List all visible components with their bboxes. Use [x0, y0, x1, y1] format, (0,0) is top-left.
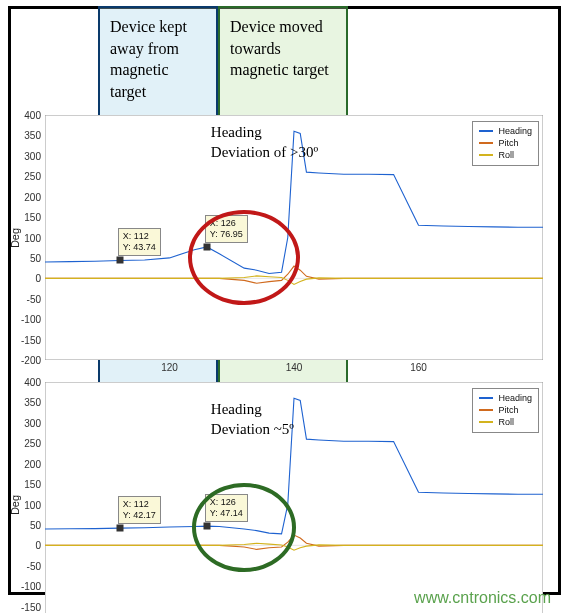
y-tick: -150	[21, 334, 45, 345]
legend-label: Heading	[498, 392, 532, 404]
legend-swatch	[479, 130, 493, 132]
datatip-y: Y: 42.17	[123, 510, 156, 521]
y-tick: -50	[27, 293, 45, 304]
watermark: www.cntronics.com	[414, 589, 551, 607]
legend-swatch	[479, 409, 493, 411]
y-tick: 250	[24, 171, 45, 182]
y-tick: 200	[24, 191, 45, 202]
y-axis-label: Deg	[9, 494, 21, 514]
y-tick: 350	[24, 397, 45, 408]
datatip: X: 112Y: 42.17	[118, 496, 161, 524]
y-tick: -100	[21, 314, 45, 325]
legend-label: Roll	[498, 149, 514, 161]
annotation-text: Heading Deviation of >30º	[211, 123, 321, 162]
legend-item: Heading	[479, 125, 532, 137]
legend-swatch	[479, 397, 493, 399]
y-tick: -100	[21, 581, 45, 592]
legend-item: Roll	[479, 416, 532, 428]
y-tick: 150	[24, 212, 45, 223]
x-tick: 160	[410, 360, 427, 373]
y-tick: 300	[24, 150, 45, 161]
legend-item: Pitch	[479, 137, 532, 149]
y-tick: -50	[27, 560, 45, 571]
y-tick: 50	[30, 519, 45, 530]
legend: HeadingPitchRoll	[472, 121, 539, 166]
y-axis-label: Deg	[9, 227, 21, 247]
y-tick: 100	[24, 499, 45, 510]
datatip-x: X: 112	[123, 499, 156, 510]
legend-label: Pitch	[498, 137, 518, 149]
datatip-marker	[116, 525, 123, 532]
x-tick: 120	[161, 360, 178, 373]
y-tick: 250	[24, 438, 45, 449]
y-tick: 300	[24, 417, 45, 428]
annotation-text: Heading Deviation ~5º	[211, 400, 321, 439]
legend-label: Pitch	[498, 404, 518, 416]
y-tick: 400	[24, 110, 45, 121]
legend-item: Heading	[479, 392, 532, 404]
y-tick: 100	[24, 232, 45, 243]
y-tick: 0	[35, 273, 45, 284]
legend-swatch	[479, 421, 493, 423]
legend-item: Pitch	[479, 404, 532, 416]
legend-label: Roll	[498, 416, 514, 428]
series-roll	[45, 543, 543, 550]
zone-towards-label: Device moved towards magnetic target	[230, 16, 336, 81]
figure-viewport: Device kept away from magnetic target De…	[0, 0, 569, 613]
legend-swatch	[479, 142, 493, 144]
datatip-marker	[116, 257, 123, 264]
legend-swatch	[479, 154, 493, 156]
y-tick: 200	[24, 458, 45, 469]
chart-top: Deg -200-150-100-50050100150200250300350…	[45, 115, 543, 360]
zone-away-label: Device kept away from magnetic target	[110, 16, 206, 102]
y-tick: 350	[24, 130, 45, 141]
y-tick: -150	[21, 601, 45, 612]
x-tick: 140	[286, 360, 303, 373]
datatip-y: Y: 43.74	[123, 242, 156, 253]
y-tick: 400	[24, 377, 45, 388]
y-tick: 150	[24, 479, 45, 490]
legend-item: Roll	[479, 149, 532, 161]
legend-label: Heading	[498, 125, 532, 137]
highlight-circle	[192, 483, 296, 571]
legend: HeadingPitchRoll	[472, 388, 539, 433]
chart-bottom: Deg -200-150-100-50050100150200250300350…	[45, 382, 543, 613]
y-tick: 0	[35, 540, 45, 551]
y-tick: -200	[21, 355, 45, 366]
datatip: X: 112Y: 43.74	[118, 228, 161, 256]
highlight-circle	[188, 210, 300, 305]
y-tick: 50	[30, 252, 45, 263]
datatip-x: X: 112	[123, 231, 156, 242]
